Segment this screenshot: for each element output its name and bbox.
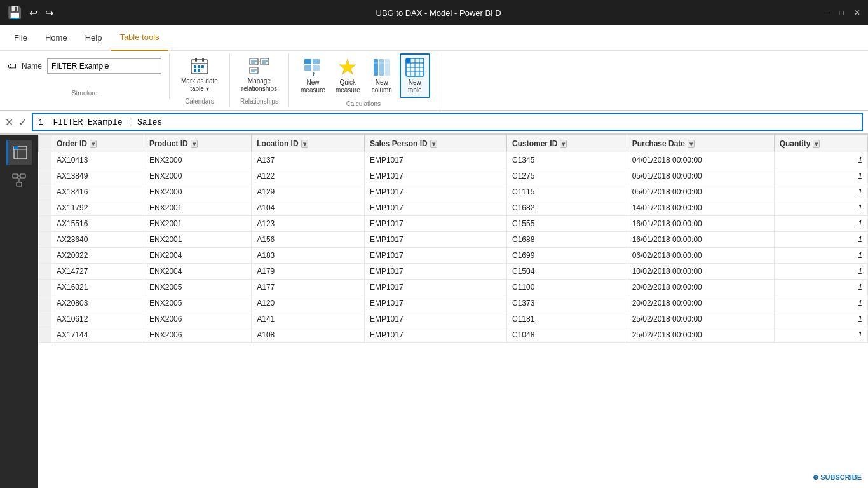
cell-order_id: AX10413 xyxy=(51,152,144,168)
table-row: AX11792ENX2001A104EMP1017C168214/01/2018… xyxy=(39,200,868,216)
location-id-filter[interactable]: ▾ xyxy=(301,140,308,148)
relationships-label: Relationships xyxy=(238,95,281,105)
menu-table-tools[interactable]: Table tools xyxy=(111,25,168,51)
redo-icon[interactable]: ↪ xyxy=(45,7,53,19)
titlebar-left: 💾 ↩ ↪ xyxy=(8,6,53,20)
svg-rect-5 xyxy=(198,65,200,68)
row-number xyxy=(39,311,51,327)
cell-order_id: AX23640 xyxy=(51,232,144,248)
table-row: AX20803ENX2005A120EMP1017C137320/02/2018… xyxy=(39,295,868,311)
cell-location_id: A179 xyxy=(252,264,365,280)
formula-input[interactable] xyxy=(32,113,863,131)
cell-product_id: ENX2004 xyxy=(144,264,252,280)
main-area: Order ID ▾ Product ID ▾ Location ID xyxy=(0,135,868,488)
manage-relationships-label: Managerelationships xyxy=(241,78,277,93)
new-column-icon xyxy=(372,57,392,78)
brand-logo: ⊕ SUBSCRIBE xyxy=(813,473,862,482)
maximize-btn[interactable]: □ xyxy=(839,8,844,17)
cell-sales_person_id: EMP1017 xyxy=(364,152,506,168)
quantity-filter[interactable]: ▾ xyxy=(813,140,820,148)
table-row: AX13849ENX2000A122EMP1017C127505/01/2018… xyxy=(39,168,868,184)
save-icon[interactable]: 💾 xyxy=(8,6,22,20)
table-row: AX15516ENX2001A123EMP1017C155516/01/2018… xyxy=(39,216,868,232)
svg-rect-20 xyxy=(304,59,311,64)
purchase-date-filter[interactable]: ▾ xyxy=(688,140,695,148)
row-number xyxy=(39,327,51,343)
calendars-controls: Mark as datetable ▾ xyxy=(177,53,222,95)
ribbon-calendars-section: Mark as datetable ▾ Calendars xyxy=(170,53,230,107)
svg-text:f: f xyxy=(313,71,315,77)
cell-product_id: ENX2001 xyxy=(144,216,252,232)
cell-customer_id: C1688 xyxy=(506,232,627,248)
table-row: AX18416ENX2000A129EMP1017C111505/01/2018… xyxy=(39,184,868,200)
cell-sales_person_id: EMP1017 xyxy=(364,264,506,280)
window-controls[interactable]: ─ □ ✕ xyxy=(824,8,860,17)
cell-sales_person_id: EMP1017 xyxy=(364,280,506,295)
col-header-sales-person-id: Sales Person ID ▾ xyxy=(364,135,506,152)
svg-rect-37 xyxy=(406,58,410,63)
cell-sales_person_id: EMP1017 xyxy=(364,295,506,311)
cell-quantity: 1 xyxy=(774,248,867,264)
mark-as-date-btn[interactable]: Mark as datetable ▾ xyxy=(177,53,222,95)
sidebar-model-view[interactable] xyxy=(6,168,32,193)
order-id-filter[interactable]: ▾ xyxy=(90,140,97,148)
row-number xyxy=(39,168,51,184)
cell-order_id: AX14727 xyxy=(51,264,144,280)
table-row: AX23640ENX2001A156EMP1017C168816/01/2018… xyxy=(39,232,868,248)
cell-location_id: A120 xyxy=(252,295,365,311)
row-number xyxy=(39,232,51,248)
relationships-icon xyxy=(249,56,269,76)
cell-order_id: AX20022 xyxy=(51,248,144,264)
sales-person-filter[interactable]: ▾ xyxy=(430,140,437,148)
cell-sales_person_id: EMP1017 xyxy=(364,327,506,343)
close-btn[interactable]: ✕ xyxy=(854,8,860,17)
svg-rect-2 xyxy=(195,58,197,62)
new-measure-label: Newmeasure xyxy=(301,79,325,94)
cell-purchase_date: 06/02/2018 00:00:00 xyxy=(627,248,774,264)
data-area[interactable]: Order ID ▾ Product ID ▾ Location ID xyxy=(38,135,868,488)
cell-product_id: ENX2005 xyxy=(144,280,252,295)
menu-bar: File Home Help Table tools xyxy=(0,25,868,51)
formula-confirm-btn[interactable]: ✓ xyxy=(18,116,27,128)
new-measure-btn[interactable]: f Newmeasure xyxy=(297,55,329,97)
cell-quantity: 1 xyxy=(774,184,867,200)
menu-file[interactable]: File xyxy=(5,25,36,51)
undo-icon[interactable]: ↩ xyxy=(29,7,37,19)
cell-customer_id: C1682 xyxy=(506,200,627,216)
cell-customer_id: C1048 xyxy=(506,327,627,343)
cell-order_id: AX11792 xyxy=(51,200,144,216)
cell-purchase_date: 05/01/2018 00:00:00 xyxy=(627,184,774,200)
cell-customer_id: C1115 xyxy=(506,184,627,200)
svg-rect-28 xyxy=(385,59,390,76)
cell-location_id: A141 xyxy=(252,311,365,327)
new-column-btn[interactable]: Newcolumn xyxy=(367,55,397,97)
customer-id-filter[interactable]: ▾ xyxy=(560,140,567,148)
ribbon-structure-section: 🏷 Name Structure xyxy=(0,53,170,99)
sidebar-table-view[interactable] xyxy=(6,140,32,165)
cell-purchase_date: 14/01/2018 00:00:00 xyxy=(627,200,774,216)
minimize-btn[interactable]: ─ xyxy=(824,8,829,17)
cell-customer_id: C1275 xyxy=(506,168,627,184)
manage-relationships-btn[interactable]: Managerelationships xyxy=(238,53,281,95)
table-row: AX14727ENX2004A179EMP1017C150410/02/2018… xyxy=(39,264,868,280)
name-input[interactable] xyxy=(47,58,161,74)
cell-location_id: A129 xyxy=(252,184,365,200)
cell-location_id: A104 xyxy=(252,200,365,216)
cell-purchase_date: 05/01/2018 00:00:00 xyxy=(627,168,774,184)
mark-as-date-label: Mark as datetable ▾ xyxy=(181,78,218,93)
new-table-btn[interactable]: Newtable xyxy=(400,53,430,98)
row-number xyxy=(39,152,51,168)
formula-bar: ✕ ✓ xyxy=(0,111,868,135)
table-row: AX20022ENX2004A183EMP1017C169906/02/2018… xyxy=(39,248,868,264)
name-row: 🏷 Name xyxy=(8,53,161,76)
menu-help[interactable]: Help xyxy=(76,25,111,51)
new-table-label: Newtable xyxy=(408,79,422,94)
cell-location_id: A177 xyxy=(252,280,365,295)
cell-quantity: 1 xyxy=(774,295,867,311)
quick-measure-btn[interactable]: Quickmeasure xyxy=(332,55,364,97)
menu-home[interactable]: Home xyxy=(36,25,76,51)
svg-rect-9 xyxy=(250,58,258,65)
formula-cancel-btn[interactable]: ✕ xyxy=(5,116,13,128)
calendar-icon xyxy=(189,56,210,76)
product-id-filter[interactable]: ▾ xyxy=(191,140,198,148)
